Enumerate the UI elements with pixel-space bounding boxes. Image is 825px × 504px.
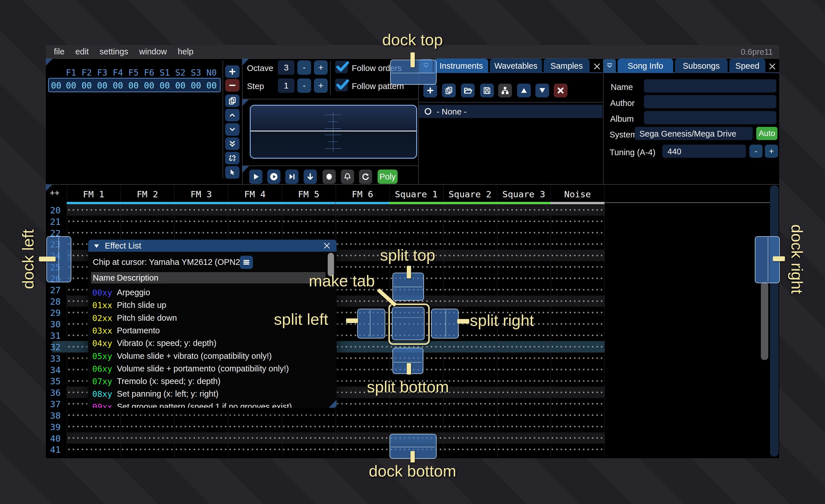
order-cell[interactable]: 00 (173, 80, 188, 90)
instruments-tab-samples[interactable]: Samples (544, 59, 590, 73)
play-button[interactable] (249, 170, 262, 184)
step-row-button[interactable] (304, 170, 317, 184)
effect-list-menu-button[interactable] (240, 256, 253, 269)
order-cell[interactable]: 00 (157, 80, 172, 90)
effect-code: 08xy (92, 389, 112, 399)
order-cell[interactable]: 00 (189, 80, 203, 90)
order-duplicate-end-button[interactable] (225, 138, 239, 150)
order-deep-clone-button[interactable] (225, 152, 239, 164)
channel-header-fm-1[interactable]: FM 1 (67, 187, 121, 201)
channel-header-fm-4[interactable]: FM 4 (228, 187, 282, 201)
song-panel-dropdown-button[interactable] (603, 59, 616, 73)
effect-table-header[interactable]: Name Description (91, 272, 325, 283)
song-system-select[interactable]: Sega Genesis/Mega Drive (635, 127, 753, 140)
order-cell[interactable]: 00 (142, 80, 157, 90)
instrument-open-button[interactable] (461, 84, 475, 97)
menu-item-settings[interactable]: settings (100, 47, 128, 57)
play-pattern-button[interactable] (267, 170, 281, 184)
row-number: 32 (46, 342, 61, 352)
channel-header-fm-5[interactable]: FM 5 (282, 187, 336, 201)
instrument-duplicate-button[interactable] (442, 84, 456, 97)
order-cell[interactable]: 00 (204, 80, 219, 90)
order-cell[interactable]: 00 (126, 80, 141, 90)
instrument-toggle-folders-button[interactable] (498, 84, 512, 97)
order-col-header-F1: F1 (64, 68, 78, 78)
order-change-mode-button[interactable] (225, 166, 239, 179)
pattern-scrollbar-track[interactable] (770, 185, 778, 456)
repeat-pattern-button[interactable] (359, 170, 372, 184)
song-panel-close-button[interactable] (766, 61, 778, 72)
follow-pattern-checkbox[interactable] (335, 79, 348, 91)
instruments-panel-close-button[interactable] (591, 61, 603, 72)
follow-orders-checkbox[interactable] (335, 61, 348, 73)
song-name-input[interactable] (644, 79, 776, 92)
effect-list-row[interactable]: 04xyVibrato (x: speed; y: depth) (88, 338, 334, 350)
octave-minus-button[interactable]: - (297, 61, 311, 75)
effect-list-row[interactable]: 08xySet panning (x: left; y: right) (88, 389, 334, 401)
octave-plus-button[interactable]: + (314, 61, 328, 75)
channel-header-square-3[interactable]: Square 3 (497, 187, 551, 201)
effect-list-row[interactable]: 07xyTremolo (x: speed; y: depth) (88, 376, 334, 389)
tuning-input[interactable]: 440 (662, 145, 746, 158)
channel-header-fm-2[interactable]: FM 2 (121, 187, 174, 201)
play-from-cursor-button[interactable] (285, 170, 298, 184)
order-duplicate-button[interactable] (225, 94, 239, 107)
record-button[interactable] (322, 170, 336, 184)
song-tab-subsongs[interactable]: Subsongs (675, 59, 728, 73)
instrument-move-up-button[interactable] (517, 84, 531, 97)
make-tab-highlight-outline (388, 304, 430, 345)
menu-item-window[interactable]: window (139, 47, 167, 57)
effect-list-row[interactable]: 09xxSet groove pattern (speed 1 if no gr… (88, 402, 334, 408)
order-cell[interactable]: 00 (110, 80, 126, 90)
instruments-tab-wavetables[interactable]: Wavetables (490, 59, 542, 73)
collapse-triangle-icon[interactable] (93, 243, 100, 249)
split-target-left[interactable] (357, 309, 385, 338)
floppy-save-icon (483, 86, 491, 95)
order-move-up-button[interactable] (225, 109, 239, 121)
order-col-header-F2: F2 (79, 68, 94, 78)
instruments-tab-instruments[interactable]: Instruments (434, 59, 488, 73)
system-auto-button[interactable]: Auto (756, 127, 777, 140)
menu-item-file[interactable]: file (54, 47, 64, 57)
octave-value[interactable]: 3 (278, 61, 295, 75)
split-target-right[interactable] (431, 309, 459, 338)
song-tab-speed[interactable]: Speed (729, 59, 765, 73)
channel-header-square-2[interactable]: Square 2 (443, 187, 497, 201)
step-value[interactable]: 1 (278, 78, 295, 93)
row-number: 33 (46, 353, 61, 364)
instrument-list-item-none[interactable]: - None - (419, 105, 602, 118)
song-album-input[interactable] (644, 111, 776, 124)
order-cell[interactable]: 00 (79, 80, 94, 90)
order-add-button[interactable] (225, 65, 239, 78)
order-move-down-button[interactable] (225, 123, 239, 136)
channel-header-noise[interactable]: Noise (550, 187, 604, 201)
metronome-button[interactable] (341, 170, 354, 184)
order-row-index[interactable]: 00 (49, 80, 64, 90)
song-tab-song-info[interactable]: Song Info (618, 59, 673, 73)
menu-item-edit[interactable]: edit (75, 47, 89, 57)
tuning-plus-button[interactable]: + (765, 145, 778, 158)
effect-list-row[interactable]: 06xyVolume slide + portamento (compatibi… (88, 364, 334, 376)
channel-header-fm-3[interactable]: FM 3 (174, 187, 228, 201)
step-minus-button[interactable]: - (297, 78, 311, 93)
close-icon[interactable] (322, 241, 331, 250)
order-remove-button[interactable] (225, 79, 239, 92)
instrument-save-button[interactable] (480, 84, 494, 97)
channel-header-square-1[interactable]: Square 1 (389, 187, 443, 201)
channel-header-fm-6[interactable]: FM 6 (336, 187, 390, 201)
poly-toggle-button[interactable]: Poly (378, 170, 398, 184)
pattern-scrollbar-thumb[interactable] (761, 282, 768, 360)
effect-list-row[interactable]: 00xyArpeggio (88, 288, 334, 300)
step-plus-button[interactable]: + (314, 78, 328, 93)
song-author-input[interactable] (644, 95, 776, 108)
instrument-add-button[interactable] (424, 84, 437, 97)
order-cell[interactable]: 00 (95, 80, 110, 90)
pattern-add-channel-button[interactable]: ++ (50, 188, 60, 197)
effect-list-titlebar[interactable]: Effect List (88, 240, 336, 252)
order-cell[interactable]: 00 (64, 80, 78, 90)
menu-item-help[interactable]: help (178, 47, 194, 57)
effect-list-row[interactable]: 05xyVolume slide + vibrato (compatibilit… (88, 351, 334, 363)
instrument-delete-button[interactable] (554, 84, 568, 97)
instrument-move-down-button[interactable] (535, 84, 549, 97)
tuning-minus-button[interactable]: - (749, 145, 762, 158)
